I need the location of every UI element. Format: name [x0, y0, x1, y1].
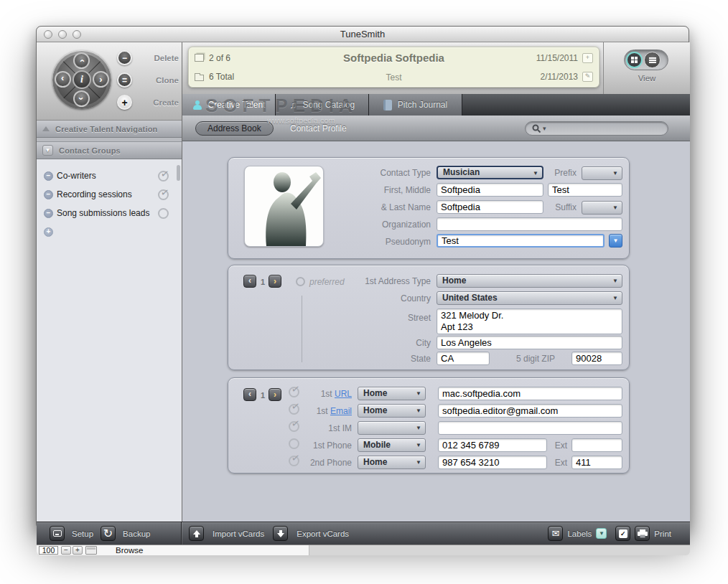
organization-field[interactable] [437, 217, 622, 231]
contact-next-button[interactable]: › [269, 388, 281, 401]
phone2-field[interactable] [438, 456, 547, 469]
nav-down-button[interactable]: › [73, 90, 90, 107]
zoom-button[interactable] [73, 30, 81, 39]
sidebar-scrollbar[interactable] [177, 165, 180, 181]
chevron-left-icon: › [61, 75, 64, 84]
remove-group-icon[interactable]: − [44, 190, 53, 199]
suffix-dropdown[interactable]: ▼ [582, 201, 622, 215]
remove-group-icon[interactable]: − [44, 171, 53, 181]
email-link[interactable]: Email [330, 406, 352, 416]
minimize-button[interactable] [58, 30, 67, 39]
search-icon[interactable] [531, 123, 541, 133]
url-field[interactable] [438, 387, 622, 400]
view-list-button[interactable] [644, 52, 661, 68]
street-field[interactable]: 321 Melody Dr. Apt 123 [437, 309, 622, 334]
first-name-field[interactable] [437, 183, 543, 197]
tab-contact-profile[interactable]: Contact Profile [290, 123, 347, 133]
phone1-field[interactable] [438, 438, 547, 452]
mode-selector[interactable]: Browse [116, 546, 143, 555]
contact-groups-collapse-button[interactable]: ▼ [42, 145, 53, 156]
folder-icon [195, 75, 204, 81]
zoom-out-button[interactable]: − [61, 546, 71, 555]
record-icon [195, 54, 204, 62]
group-checked-icon[interactable]: ✓ [158, 189, 169, 200]
add-group-row: + [37, 224, 182, 240]
delete-button[interactable]: − [117, 50, 132, 65]
close-button[interactable] [44, 30, 52, 39]
status-area-toggle-icon[interactable] [85, 546, 97, 555]
nav-previous-button[interactable]: › [55, 71, 71, 88]
labels-dropdown-button[interactable]: ▼ [596, 528, 607, 539]
phone1-ext-field[interactable] [571, 438, 622, 452]
checkbox-tool-button[interactable]: ✓ [615, 526, 630, 541]
dropdown-arrow-icon: ▼ [416, 460, 421, 466]
contact-index: 1 [261, 391, 265, 400]
clone-label: Clone [156, 76, 179, 85]
group-checked-icon[interactable]: ✓ [158, 171, 169, 182]
zip-field[interactable] [571, 352, 622, 365]
info-button[interactable]: i [73, 70, 91, 89]
state-field[interactable] [437, 352, 490, 365]
search-options-caret[interactable]: ▾ [543, 126, 546, 132]
email-field[interactable] [438, 404, 622, 418]
list-item[interactable]: − Co-writers ✓ [37, 168, 182, 184]
setup-label: Setup [72, 529, 93, 538]
clone-action: = Clone [117, 72, 179, 88]
prefix-dropdown[interactable]: ▼ [582, 166, 622, 180]
person-icon [192, 100, 202, 110]
record-name: Softpedia Softpedia [343, 52, 444, 64]
phone1-unchecked-icon[interactable] [289, 438, 299, 449]
country-dropdown[interactable]: United States▼ [437, 291, 622, 305]
url-checked-icon[interactable]: ✓ [289, 387, 299, 397]
zoom-in-button[interactable]: + [73, 546, 83, 555]
list-item[interactable]: − Song submissions leads [37, 205, 182, 221]
email-checked-icon[interactable]: ✓ [289, 404, 299, 415]
import-vcards-button[interactable] [189, 526, 204, 541]
nav-next-button[interactable]: › [93, 71, 109, 88]
view-grid-button[interactable] [626, 52, 643, 68]
email-type-dropdown[interactable]: Home▼ [358, 404, 426, 418]
list-item[interactable]: − Recording sessions ✓ [37, 187, 182, 202]
middle-name-field[interactable] [548, 183, 622, 197]
bottom-toolbar: Setup ↻ Backup Import vCards Export vCar… [37, 522, 690, 545]
url-link[interactable]: URL [335, 389, 352, 399]
pseudonym-dropdown-button[interactable]: ▼ [609, 234, 622, 248]
sidebar-nav-header[interactable]: Creative Talent Navigation [37, 121, 182, 138]
url-type-dropdown[interactable]: Home▼ [358, 387, 426, 400]
address-type-dropdown[interactable]: Home▼ [437, 274, 622, 288]
backup-button[interactable]: ↻ [101, 526, 116, 541]
im-field[interactable] [438, 421, 622, 435]
group-unchecked-icon[interactable] [158, 208, 169, 219]
nav-up-button[interactable]: › [73, 52, 90, 69]
labels-button[interactable]: ✉ [548, 526, 563, 541]
city-field[interactable] [437, 336, 622, 349]
search-input[interactable] [548, 123, 662, 133]
im-type-dropdown[interactable]: ▼ [358, 421, 426, 435]
phone2-type-dropdown[interactable]: Home▼ [358, 456, 426, 469]
contact-previous-button[interactable]: › [243, 388, 256, 401]
header-band: 2 of 6 Softpedia Softpedia 11/15/2011+ 6… [182, 42, 690, 94]
clone-button[interactable]: = [117, 72, 132, 88]
im-checked-icon[interactable]: ✓ [289, 421, 299, 432]
remove-group-icon[interactable]: − [44, 209, 53, 218]
phone2-ext-field[interactable] [571, 456, 622, 469]
phone1-type-dropdown[interactable]: Mobile▼ [358, 438, 426, 452]
contact-methods-panel: › 1 › ✓ 1st URL Home▼ ✓ 1st Email Home▼ … [228, 377, 630, 474]
tab-pitch-journal[interactable]: Pitch Journal [369, 94, 462, 116]
tab-label: Creative Talent [208, 100, 266, 110]
add-date-icon[interactable]: + [582, 53, 593, 63]
print-button[interactable] [635, 526, 650, 541]
tab-song-catalog[interactable]: ♫ Song Catalog [276, 94, 369, 116]
edit-date-icon[interactable]: ✎ [582, 72, 593, 82]
pseudonym-field[interactable] [437, 234, 605, 248]
tab-creative-talent[interactable]: Creative Talent [182, 94, 276, 116]
tab-address-book[interactable]: Address Book [195, 121, 274, 136]
create-button[interactable]: + [117, 95, 132, 110]
contact-groups-header[interactable]: ▼ Contact Groups [37, 142, 182, 159]
add-group-button[interactable]: + [44, 227, 53, 237]
export-vcards-button[interactable] [273, 526, 288, 541]
phone2-checked-icon[interactable]: ✓ [289, 456, 299, 466]
setup-button[interactable] [50, 526, 65, 541]
search-field[interactable]: ▾ [525, 121, 668, 136]
state-label: State [228, 354, 431, 364]
